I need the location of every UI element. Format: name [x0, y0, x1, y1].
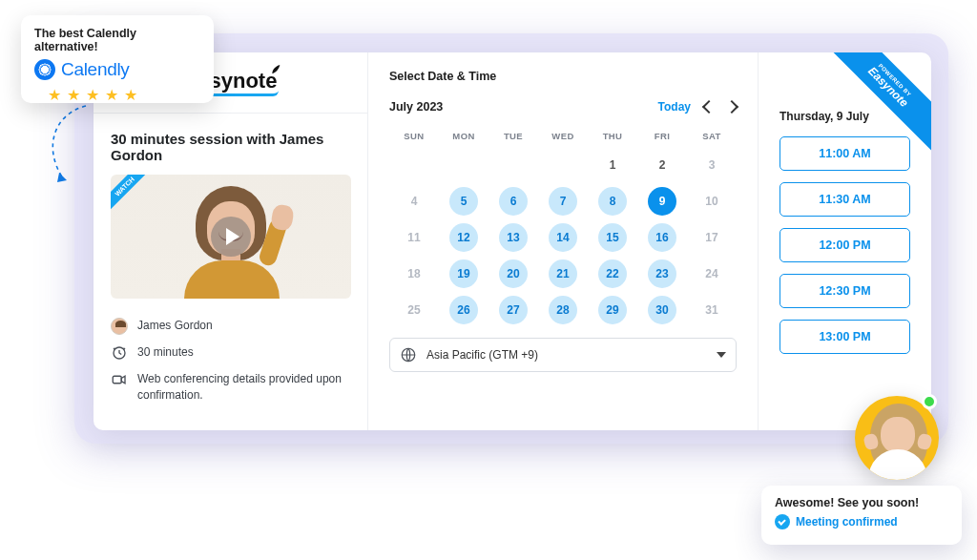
calendly-brand-text: Calendly [61, 59, 130, 80]
leaf-icon [269, 61, 284, 76]
calendar-cell: 31 [687, 296, 737, 324]
presence-indicator-icon [922, 394, 937, 409]
callout-arrow-icon [36, 104, 103, 190]
session-title: 30 minutes session with James Gordon [94, 114, 367, 175]
calendar-grid: 1234567891011121314151617181920212223242… [389, 151, 737, 324]
calendar-cell [488, 151, 538, 179]
star-rating: ★ ★ ★ ★ ★ [34, 86, 200, 104]
calendar-cell: 25 [389, 296, 439, 324]
calendly-popover: The best Calendly alternative! Calendly … [21, 15, 214, 103]
calendar-day-available[interactable]: 21 [549, 259, 577, 288]
dow-cell: TUE [488, 131, 538, 141]
calendar-cell: 16 [637, 223, 687, 252]
video-camera-icon [111, 371, 128, 388]
calendar-column: Select Date & Time July 2023 Today SUNMO… [368, 52, 758, 430]
next-month-button[interactable] [725, 100, 738, 114]
calendar-day-available[interactable]: 28 [549, 296, 577, 324]
calendly-brand: Calendly [34, 59, 200, 80]
calendar-cell: 6 [488, 187, 538, 216]
globe-icon [400, 346, 417, 363]
calendar-day: 25 [400, 296, 428, 324]
calendar-day-available[interactable]: 20 [499, 259, 528, 288]
svg-rect-1 [113, 376, 121, 384]
calendar-day-available[interactable]: 15 [598, 223, 627, 252]
star-icon: ★ [48, 86, 61, 104]
calendar-cell: 20 [488, 259, 538, 288]
calendar-day-available[interactable]: 26 [449, 296, 478, 324]
watch-ribbon: WATCH [111, 175, 156, 218]
calendar-cell: 10 [687, 187, 737, 216]
calendar-day-available[interactable]: 14 [549, 223, 577, 252]
calendar-day-available[interactable]: 16 [648, 223, 676, 252]
timeslot-button[interactable]: 13:00 PM [780, 320, 910, 354]
calendly-logo-icon [34, 59, 55, 80]
calendar-cell: 1 [588, 151, 637, 179]
calendar-day-available[interactable]: 6 [499, 187, 528, 216]
calendar-cell: 28 [538, 296, 588, 324]
calendar-cell: 23 [637, 259, 687, 288]
calendar-cell: 2 [637, 151, 687, 179]
timeslot-button[interactable]: 12:00 PM [780, 228, 910, 262]
calendar-day-available[interactable]: 7 [549, 187, 577, 216]
confirmation-title: Awesome! See you soon! [775, 496, 948, 509]
timeslot-column: Thursday, 9 July 11:00 AM11:30 AM12:00 P… [758, 52, 931, 430]
timeslot-button[interactable]: 11:30 AM [780, 182, 910, 217]
calendar-day: 24 [697, 259, 726, 288]
timeslot-list: 11:00 AM11:30 AM12:00 PM12:30 PM13:00 PM [780, 136, 910, 354]
dow-cell: FRI [637, 131, 687, 141]
intro-video[interactable]: WATCH [111, 175, 351, 299]
calendar-cell: 13 [488, 223, 538, 252]
today-button[interactable]: Today [658, 100, 691, 114]
timeslot-button[interactable]: 11:00 AM [780, 136, 910, 171]
star-icon: ★ [86, 86, 99, 104]
calendar-day-available[interactable]: 8 [598, 187, 627, 216]
calendar-cell: 4 [389, 187, 439, 216]
calendar-day-available[interactable]: 29 [598, 296, 627, 324]
calendar-day: 3 [697, 151, 726, 179]
calendar-cell [389, 151, 439, 179]
calendar-day-selected[interactable]: 9 [648, 187, 676, 216]
calendar-cell: 15 [588, 223, 637, 252]
location-row: Web conferencing details provided upon c… [111, 371, 350, 404]
timeslot-button[interactable]: 12:30 PM [780, 274, 910, 308]
dow-cell: THU [588, 131, 637, 141]
calendar-day: 18 [400, 259, 428, 288]
chevron-down-icon [717, 352, 726, 358]
prev-month-button[interactable] [702, 100, 716, 114]
calendar-cell: 21 [538, 259, 588, 288]
calendar-cell: 18 [389, 259, 439, 288]
calendar-cell [538, 151, 588, 179]
popover-headline: The best Calendly alternative! [34, 27, 200, 53]
calendar-cell: 9 [637, 187, 687, 216]
calendar-day-available[interactable]: 30 [648, 296, 676, 324]
calendar-day: 2 [648, 151, 676, 179]
calendar-day-available[interactable]: 22 [598, 259, 627, 288]
star-icon: ★ [105, 86, 118, 104]
host-name: James Gordon [137, 318, 213, 334]
calendar-day-available[interactable]: 12 [449, 223, 478, 252]
dow-cell: MON [439, 131, 488, 141]
play-icon[interactable] [211, 217, 251, 257]
location-text: Web conferencing details provided upon c… [137, 371, 350, 404]
calendar-day-available[interactable]: 19 [449, 259, 478, 288]
calendar-cell: 29 [588, 296, 637, 324]
calendar-day-available[interactable]: 23 [648, 259, 676, 288]
dow-cell: SAT [687, 131, 737, 141]
host-avatar-icon [111, 318, 128, 335]
session-info-column: Easynote 30 minutes session with James G… [94, 52, 368, 430]
timezone-select[interactable]: Asia Pacific (GTM +9) [389, 338, 737, 372]
calendar-cell: 17 [687, 223, 737, 252]
calendar-cell: 3 [687, 151, 737, 179]
clock-icon [111, 344, 128, 362]
calendar-day-available[interactable]: 5 [449, 187, 478, 216]
calendar-day: 31 [697, 296, 726, 324]
host-row: James Gordon [111, 318, 350, 335]
calendar-day-available[interactable]: 13 [499, 223, 528, 252]
session-meta-list: James Gordon 30 minutes Web conferencing… [94, 299, 367, 423]
month-label: July 2023 [389, 100, 443, 114]
calendar-day-available[interactable]: 27 [499, 296, 528, 324]
calendar-cell: 5 [439, 187, 488, 216]
check-circle-icon [775, 514, 790, 529]
calendar-cell: 11 [389, 223, 439, 252]
calendar-cell: 27 [488, 296, 538, 324]
